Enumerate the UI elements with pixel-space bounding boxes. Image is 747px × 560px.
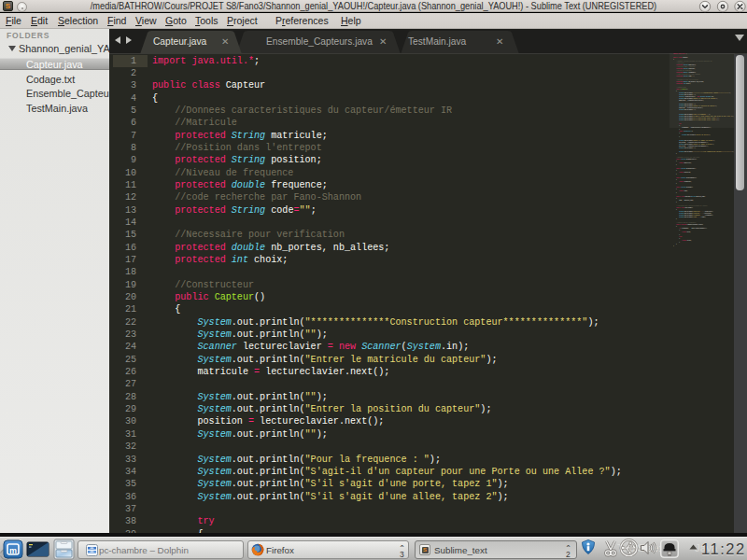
- svg-text:m: m: [9, 546, 17, 555]
